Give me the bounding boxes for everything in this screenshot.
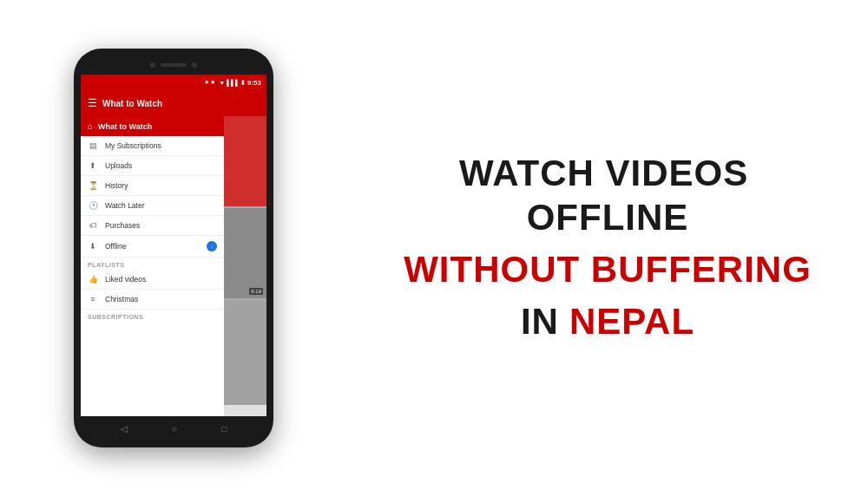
phone-top-bar: [81, 55, 266, 75]
sidebar-header-label: What to Watch: [98, 122, 152, 131]
badge-icon: ↓: [211, 244, 214, 249]
purchases-icon: 🏷: [88, 221, 98, 230]
subscriptions-label: My Subscriptions: [105, 141, 161, 150]
headline-watch-videos: WATCH VIDEOS: [459, 153, 748, 193]
sidebar-item-watch-later[interactable]: 🕐 Watch Later: [81, 196, 224, 216]
battery-icon: ▮: [241, 79, 245, 86]
watch-later-label: Watch Later: [105, 201, 145, 210]
uploads-label: Uploads: [105, 161, 132, 170]
youtube-header: ☰ What to Watch: [81, 90, 266, 116]
video-duration: 6:19: [249, 288, 263, 295]
sidebar-item-liked-videos[interactable]: 👍 Liked videos: [81, 270, 224, 290]
camera: [150, 62, 155, 68]
menu-icon[interactable]: ☰: [88, 97, 97, 109]
subscriptions-icon: ▤: [88, 141, 98, 150]
history-label: History: [105, 181, 128, 190]
home-icon: ⌂: [88, 121, 93, 131]
speaker: [161, 63, 187, 67]
headline-line2: WITHOUT BUFFERING: [404, 248, 812, 291]
phone-section: ★★ ▼ ▌▌▌ ▮ 9:53 ☰ What to Watch: [0, 0, 347, 496]
purchases-label: Purchases: [105, 221, 140, 230]
status-bar: ★★ ▼ ▌▌▌ ▮ 9:53: [81, 75, 266, 90]
status-icons: ▼ ▌▌▌ ▮: [219, 79, 245, 86]
wifi-icon: ▼: [219, 80, 225, 86]
main-video-content: 6:19: [224, 116, 266, 416]
history-icon: ⏳: [88, 181, 98, 190]
uploads-icon: ⬆: [88, 161, 98, 170]
sidebar: ⌂ What to Watch ▤ My Subscriptions ⬆ Upl…: [81, 116, 224, 416]
recents-button[interactable]: □: [221, 424, 227, 434]
header-title: What to Watch: [102, 99, 162, 108]
screen-content: ⌂ What to Watch ▤ My Subscriptions ⬆ Upl…: [81, 116, 266, 416]
phone-device: ★★ ▼ ▌▌▌ ▮ 9:53 ☰ What to Watch: [74, 49, 273, 447]
headline-line3: IN NEPAL: [521, 300, 694, 343]
sidebar-item-offline[interactable]: ⬇ Offline ↓: [81, 236, 224, 258]
offline-badge: ↓: [207, 241, 217, 251]
liked-videos-label: Liked videos: [105, 275, 146, 284]
offline-label: Offline: [105, 242, 126, 251]
offline-icon: ⬇: [88, 242, 98, 251]
headline-without-buffering: WITHOUT BUFFERING: [404, 249, 812, 290]
sidebar-item-my-subscriptions[interactable]: ▤ My Subscriptions: [81, 136, 224, 156]
headline-in: IN: [521, 300, 559, 343]
status-time: 9:53: [247, 79, 261, 87]
sidebar-item-christmas[interactable]: ≡ Christmas: [81, 290, 224, 310]
video-thumb-1: [224, 116, 266, 206]
headline-nepal: NEPAL: [569, 300, 694, 343]
headline-section: WATCH VIDEOS OFFLINE WITHOUT BUFFERING I…: [347, 134, 868, 362]
sidebar-header: ⌂ What to Watch: [81, 116, 224, 136]
back-button[interactable]: ◁: [121, 424, 128, 434]
liked-videos-icon: 👍: [88, 275, 98, 284]
video-thumb-2: 6:19: [224, 208, 266, 298]
phone-screen: ★★ ▼ ▌▌▌ ▮ 9:53 ☰ What to Watch: [81, 55, 266, 441]
home-button[interactable]: ○: [172, 424, 177, 434]
headline-line1: WATCH VIDEOS OFFLINE: [382, 152, 833, 239]
sidebar-item-uploads[interactable]: ⬆ Uploads: [81, 156, 224, 176]
subscriptions-section-label: SUBSCRIPTIONS: [81, 310, 224, 322]
sidebar-item-purchases[interactable]: 🏷 Purchases: [81, 216, 224, 236]
sidebar-item-history[interactable]: ⏳ History: [81, 176, 224, 196]
signal-icon: ▌▌▌: [227, 80, 240, 86]
christmas-label: Christmas: [105, 295, 138, 303]
status-stars: ★★: [204, 79, 216, 86]
watch-later-icon: 🕐: [88, 201, 98, 210]
headline-offline: OFFLINE: [527, 197, 689, 238]
playlists-section-label: PLAYLISTS: [81, 258, 224, 270]
video-thumb-3: [224, 300, 266, 405]
phone-bottom-nav: ◁ ○ □: [81, 416, 266, 441]
camera2: [192, 62, 197, 68]
christmas-icon: ≡: [88, 295, 98, 303]
